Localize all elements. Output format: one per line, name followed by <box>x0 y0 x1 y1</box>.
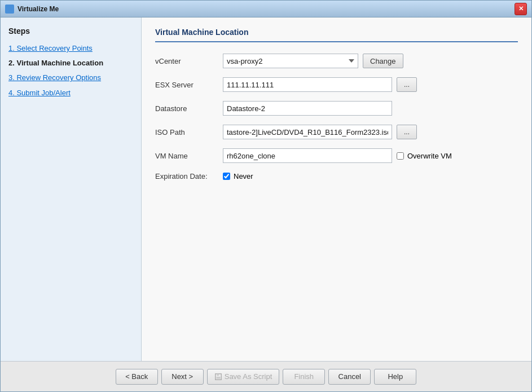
app-icon <box>5 5 14 14</box>
close-button[interactable]: ✕ <box>515 3 527 15</box>
vcenter-change-button[interactable]: Change <box>363 54 403 68</box>
sidebar-step-3[interactable]: 3. Review Recovery Options <box>8 73 133 83</box>
back-button[interactable]: < Back <box>116 369 158 385</box>
cancel-button[interactable]: Cancel <box>328 369 371 385</box>
sidebar: Steps 1. Select Recovery Points 2. Virtu… <box>1 17 142 361</box>
title-bar: Virtualize Me ✕ <box>1 1 531 17</box>
esx-server-label: ESX Server <box>155 81 223 89</box>
overwrite-row: Overwrite VM <box>397 152 452 160</box>
sidebar-step-4-link[interactable]: 4. Submit Job/Alert <box>8 89 71 97</box>
datastore-label: Datastore <box>155 104 223 113</box>
sidebar-step-1[interactable]: 1. Select Recovery Points <box>8 43 133 54</box>
content-area: Steps 1. Select Recovery Points 2. Virtu… <box>1 17 531 361</box>
vm-name-label: VM Name <box>155 152 223 160</box>
esx-server-row: ... <box>223 77 482 92</box>
next-button[interactable]: Next > <box>161 369 204 385</box>
datastore-row <box>223 101 482 116</box>
form-grid: vCenter vsa-proxy2 Change ESX Server ...… <box>155 54 482 180</box>
overwrite-checkbox[interactable] <box>397 152 404 160</box>
datastore-input[interactable] <box>223 101 392 116</box>
svg-rect-2 <box>217 373 219 376</box>
sidebar-step-4[interactable]: 4. Submit Job/Alert <box>8 88 133 98</box>
esx-server-input[interactable] <box>223 77 392 92</box>
help-button[interactable]: Help <box>374 369 416 385</box>
expiration-label: Expiration Date: <box>155 172 223 180</box>
save-as-script-label: Save As Script <box>225 372 272 381</box>
never-checkbox[interactable] <box>223 173 230 180</box>
sidebar-step-3-link[interactable]: 3. Review Recovery Options <box>8 73 101 82</box>
vm-name-input[interactable] <box>223 148 392 163</box>
iso-path-label: ISO Path <box>155 128 223 136</box>
vm-name-row: Overwrite VM <box>223 148 482 163</box>
save-script-icon <box>214 373 222 381</box>
expiration-row: Never <box>223 172 482 180</box>
panel-title: Virtual Machine Location <box>155 28 518 42</box>
sidebar-step-2: 2. Virtual Machine Location <box>8 58 133 68</box>
footer: < Back Next > Save As Script Finish Canc… <box>1 361 531 391</box>
title-bar-content: Virtualize Me <box>5 5 59 14</box>
iso-path-input[interactable] <box>223 125 392 139</box>
finish-button[interactable]: Finish <box>283 369 325 385</box>
main-window: Virtualize Me ✕ Steps 1. Select Recovery… <box>0 0 532 392</box>
window-title: Virtualize Me <box>17 5 59 13</box>
never-label: Never <box>234 172 253 180</box>
svg-rect-1 <box>216 377 220 379</box>
vcenter-row: vsa-proxy2 Change <box>223 54 482 68</box>
main-panel: Virtual Machine Location vCenter vsa-pro… <box>142 17 531 361</box>
iso-browse-button[interactable]: ... <box>397 125 417 139</box>
vcenter-label: vCenter <box>155 57 223 65</box>
save-as-script-button[interactable]: Save As Script <box>207 369 280 385</box>
sidebar-heading: Steps <box>8 27 133 36</box>
esx-browse-button[interactable]: ... <box>397 77 417 92</box>
overwrite-label: Overwrite VM <box>407 152 452 160</box>
iso-path-row: ... <box>223 125 482 139</box>
vcenter-select[interactable]: vsa-proxy2 <box>223 54 358 68</box>
sidebar-step-1-link[interactable]: 1. Select Recovery Points <box>8 44 93 52</box>
